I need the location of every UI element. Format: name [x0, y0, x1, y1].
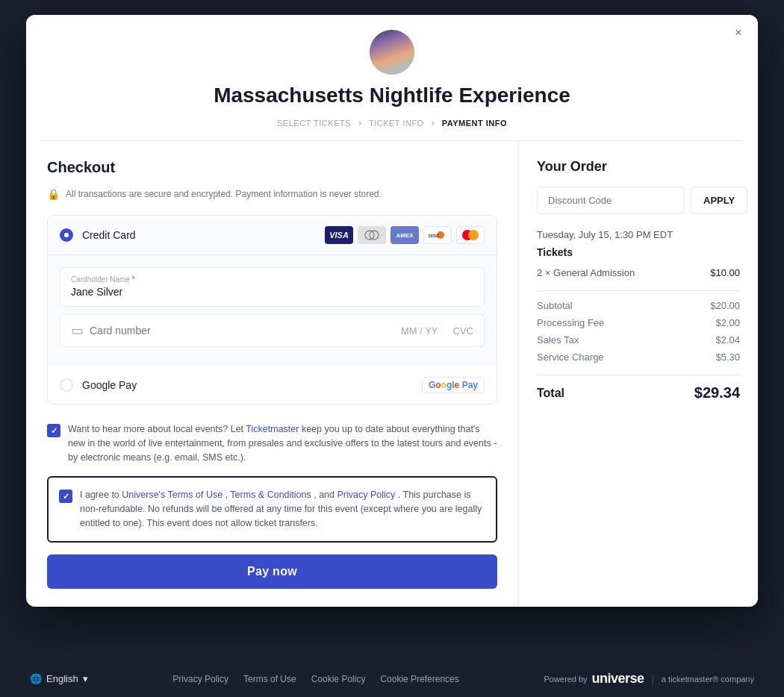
subtotal-row: Subtotal $20.00 — [537, 300, 740, 311]
discount-input[interactable] — [537, 187, 685, 214]
step-ticket-label: TICKET INFO — [369, 119, 424, 128]
service-charge-label: Service Charge — [537, 351, 604, 363]
sales-tax-row: Sales Tax $2.04 — [537, 334, 740, 346]
event-image — [370, 30, 414, 75]
processing-fee-value: $2.00 — [715, 317, 740, 328]
total-label: Total — [537, 387, 564, 400]
step-arrow-1: › — [358, 118, 361, 128]
universe-logo: universe — [592, 671, 644, 687]
terms-checkbox-row: I agree to Universe's Terms of Use , Ter… — [59, 488, 485, 530]
cookie-preferences-link[interactable]: Cookie Preferences — [380, 674, 458, 684]
discount-row: APPLY — [537, 187, 740, 214]
amex-icon: AMEX — [391, 226, 419, 244]
required-indicator: * — [132, 275, 135, 284]
security-notice: 🔒 All transactions are secure and encryp… — [47, 188, 497, 200]
terms-checkbox[interactable] — [59, 490, 72, 503]
total-value: $29.34 — [694, 384, 740, 401]
card-number-input[interactable] — [90, 325, 395, 337]
credit-card-option[interactable]: Credit Card VISA AMEX DISC — [48, 216, 497, 366]
google-pay-label: Google Pay — [82, 379, 422, 391]
security-text: All transactions are secure and encrypte… — [66, 189, 382, 199]
subtotal-label: Subtotal — [537, 300, 573, 311]
terms-conditions-link[interactable]: Terms & Conditions — [230, 490, 311, 500]
language-selector[interactable]: 🌐 English ▾ — [30, 673, 88, 684]
credit-card-label: Credit Card — [82, 229, 325, 241]
visa-icon: VISA — [325, 226, 353, 244]
order-section: Your Order APPLY Tuesday, July 15, 1:30 … — [519, 141, 758, 607]
language-label: English — [46, 673, 78, 684]
step-select-label: SELECT TICKETS — [277, 119, 351, 128]
footer: 🌐 English ▾ Privacy Policy Terms of Use … — [0, 660, 784, 697]
service-charge-row: Service Charge $5.30 — [537, 351, 740, 363]
card-cvc-placeholder: CVC — [453, 325, 473, 337]
tickets-label: Tickets — [537, 246, 740, 258]
card-chip-icon: ▭ — [71, 322, 84, 339]
footer-separator: | — [652, 674, 654, 684]
processing-fee-label: Processing Fee — [537, 317, 604, 328]
pay-now-button[interactable]: Pay now — [47, 554, 497, 589]
powered-by-text: Powered by — [544, 675, 587, 684]
processing-fee-row: Processing Fee $2.00 — [537, 317, 740, 328]
discover-icon: DISC — [423, 226, 452, 244]
order-divider-1 — [537, 290, 740, 291]
gpay-logo: Google Pay — [422, 377, 485, 393]
universe-terms-link[interactable]: Universe's Terms of Use — [122, 490, 223, 500]
ticket-row: 2 × General Admission $10.00 — [537, 267, 740, 278]
diners-icon — [358, 226, 386, 244]
mastercard-icon — [456, 226, 485, 244]
ticket-price: $10.00 — [710, 267, 740, 278]
credit-card-radio[interactable] — [60, 228, 73, 242]
google-pay-option[interactable]: Google Pay Google Pay — [48, 366, 497, 404]
step-payment-info[interactable]: PAYMENT INFO — [442, 119, 507, 128]
footer-brand: Powered by universe | a ticketmaster® co… — [544, 671, 754, 687]
step-payment-label: PAYMENT INFO — [442, 119, 507, 128]
event-title: Massachusetts Nightlife Experience — [41, 84, 743, 107]
step-select-tickets[interactable]: SELECT TICKETS — [277, 119, 351, 128]
footer-links: Privacy Policy Terms of Use Cookie Polic… — [172, 674, 458, 684]
close-button[interactable]: × — [729, 24, 747, 42]
cookie-policy-link[interactable]: Cookie Policy — [311, 674, 366, 684]
terms-checkbox-container: I agree to Universe's Terms of Use , Ter… — [47, 476, 497, 542]
ticketmaster-company-text: a ticketmaster® company — [662, 675, 754, 684]
cardholder-field[interactable]: Cardholder Name * — [60, 267, 485, 307]
ticket-name: 2 × General Admission — [537, 267, 635, 278]
card-date-placeholder: MM / YY — [401, 325, 438, 337]
chevron-down-icon: ▾ — [83, 673, 88, 684]
payment-methods-container: Credit Card VISA AMEX DISC — [47, 215, 497, 404]
checkout-modal: × Massachusetts Nightlife Experience SEL… — [26, 15, 758, 607]
privacy-policy-footer-link[interactable]: Privacy Policy — [172, 674, 228, 684]
marketing-checkbox[interactable] — [47, 424, 60, 437]
card-number-field[interactable]: ▭ MM / YY CVC — [60, 314, 485, 347]
step-ticket-info[interactable]: TICKET INFO — [369, 119, 424, 128]
checkout-section: Checkout 🔒 All transactions are secure a… — [26, 141, 519, 607]
card-form: Cardholder Name * ▭ MM / YY — [48, 255, 497, 366]
ticketmaster-link[interactable]: Ticketmaster — [246, 424, 299, 434]
sales-tax-value: $2.04 — [715, 334, 740, 346]
cardholder-label: Cardholder Name * — [71, 275, 473, 284]
modal-body: Checkout 🔒 All transactions are secure a… — [26, 141, 758, 607]
steps-nav: SELECT TICKETS › TICKET INFO › PAYMENT I… — [41, 118, 743, 141]
total-row: Total $29.34 — [537, 375, 740, 401]
service-charge-value: $5.30 — [715, 351, 740, 363]
globe-icon: 🌐 — [30, 673, 42, 684]
marketing-checkbox-text: Want to hear more about local events? Le… — [68, 422, 497, 464]
step-arrow-2: › — [432, 118, 435, 128]
svg-text:DISC: DISC — [429, 234, 440, 238]
checkout-title: Checkout — [47, 159, 497, 176]
terms-checkbox-text: I agree to Universe's Terms of Use , Ter… — [80, 488, 485, 530]
event-date: Tuesday, July 15, 1:30 PM EDT — [537, 229, 740, 240]
ticket-times: × — [545, 267, 553, 278]
apply-button[interactable]: APPLY — [691, 187, 747, 214]
privacy-policy-link-terms[interactable]: Privacy Policy — [337, 490, 396, 500]
order-title: Your Order — [537, 159, 740, 175]
card-icons: VISA AMEX DISC — [325, 226, 485, 244]
card-date-cvc: MM / YY CVC — [401, 325, 473, 337]
marketing-checkbox-row: Want to hear more about local events? Le… — [47, 422, 497, 464]
subtotal-value: $20.00 — [710, 300, 740, 311]
lock-icon: 🔒 — [47, 188, 60, 200]
terms-of-use-footer-link[interactable]: Terms of Use — [243, 674, 296, 684]
sales-tax-label: Sales Tax — [537, 334, 579, 346]
cardholder-input[interactable] — [71, 286, 473, 298]
modal-header: × Massachusetts Nightlife Experience SEL… — [26, 15, 758, 141]
google-pay-radio[interactable] — [60, 378, 73, 392]
